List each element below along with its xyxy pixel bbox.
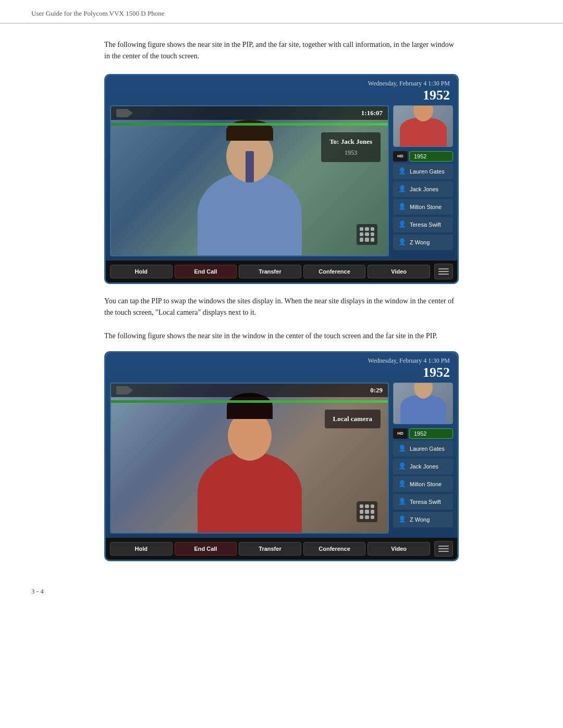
camera-icon-2 <box>116 386 129 394</box>
intro-text: The following figure shows the near site… <box>104 39 459 63</box>
video-top-bar-2: 0:29 <box>111 384 388 397</box>
end-call-button-2[interactable]: End Call <box>175 542 237 556</box>
status-number-1: 1952 <box>423 88 450 103</box>
sidebar-label: Teresa Swift <box>410 499 441 505</box>
keypad-dot <box>365 232 369 236</box>
local-camera-label: Local camera <box>325 410 381 428</box>
sidebar-label: Jack Jones <box>410 186 438 192</box>
keypad-dot <box>371 227 374 231</box>
keypad-dot <box>365 515 369 519</box>
sidebar-label: Lauren Gates <box>410 168 445 175</box>
person-icon-s3: 👤 <box>397 480 407 488</box>
sidebar-item-milton-stone-2[interactable]: 👤 Milton Stone <box>393 476 453 492</box>
hd-icon-2: HD <box>393 428 408 439</box>
status-datetime-2: Wednesday, February 4 1:30 PM 1952 <box>282 357 450 380</box>
sidebar-item-jack-jones-2[interactable]: 👤 Jack Jones <box>393 459 453 474</box>
menu-icon-1[interactable] <box>434 264 453 279</box>
conference-button-2[interactable]: Conference <box>303 542 366 556</box>
video-top-bar-1: 1:16:07 <box>111 106 388 120</box>
menu-line <box>438 546 449 547</box>
page-header: User Guide for the Polycom VVX 1500 D Ph… <box>0 0 563 23</box>
keypad-dot <box>360 227 363 231</box>
sidebar-label: Jack Jones <box>410 463 438 470</box>
person-icon-4: 👤 <box>397 221 407 228</box>
person-icon-2: 👤 <box>397 186 407 193</box>
transfer-button-1[interactable]: Transfer <box>239 265 301 278</box>
sidebar-label: Milton Stone <box>410 204 442 210</box>
sidebar-items-2: 👤 Lauren Gates 👤 Jack Jones 👤 Milton Sto… <box>393 441 453 527</box>
sidebar-item-milton-stone-1[interactable]: 👤 Milton Stone <box>393 199 453 215</box>
main-area-1: 1:16:07 To: Jack Jones 1953 <box>106 105 457 261</box>
sidebar-label: Milton Stone <box>410 481 442 487</box>
keypad-dot <box>360 238 363 241</box>
menu-line <box>438 268 449 269</box>
keypad-2[interactable] <box>357 501 377 522</box>
call-number-1: 1953 <box>329 149 372 157</box>
datetime-text-2: Wednesday, February 4 1:30 PM <box>368 357 450 365</box>
menu-line <box>438 271 449 272</box>
sidebar-label: Z Wong <box>410 516 430 523</box>
keypad-1[interactable] <box>357 224 377 245</box>
status-bar-2: Wednesday, February 4 1:30 PM 1952 <box>106 353 457 382</box>
sidebar-label: Z Wong <box>410 239 430 245</box>
video-button-2[interactable]: Video <box>368 542 430 556</box>
video-panel-2: 0:29 Local camera <box>110 382 389 534</box>
video-bg-1 <box>111 106 388 255</box>
sidebar-item-jack-jones-1[interactable]: 👤 Jack Jones <box>393 181 453 197</box>
menu-line <box>438 274 449 275</box>
sidebar-item-teresa-swift-1[interactable]: 👤 Teresa Swift <box>393 217 453 232</box>
video-panel-1: 1:16:07 To: Jack Jones 1953 <box>110 105 389 256</box>
transfer-button-2[interactable]: Transfer <box>239 542 301 556</box>
menu-line <box>438 548 449 549</box>
keypad-dot <box>371 510 374 513</box>
person-icon-s2: 👤 <box>397 463 407 470</box>
hd-badge-2: HD 1952 <box>393 428 453 439</box>
keypad-dot <box>371 515 374 519</box>
person-icon-s5: 👤 <box>397 516 407 523</box>
person-icon-1: 👤 <box>397 168 407 175</box>
keypad-dot <box>371 238 374 241</box>
sidebar-item-z-wong-2[interactable]: 👤 Z Wong <box>393 512 453 527</box>
keypad-dot <box>365 504 369 508</box>
green-bar-2 <box>111 400 388 403</box>
timer-2: 0:29 <box>370 386 383 394</box>
pip-window-1[interactable] <box>393 105 453 147</box>
sidebar-1: HD 1952 👤 Lauren Gates 👤 Jack Jones <box>393 105 453 256</box>
datetime-text-1: Wednesday, February 4 1:30 PM <box>368 80 450 88</box>
conference-button-1[interactable]: Conference <box>303 265 366 278</box>
keypad-dot <box>371 504 374 508</box>
hold-button-1[interactable]: Hold <box>110 265 173 278</box>
sidebar-2: HD 1952 👤 Lauren Gates 👤 Jack Jones <box>393 382 453 534</box>
sidebar-label: Teresa Swift <box>410 221 441 228</box>
person-icon-5: 👤 <box>397 239 407 246</box>
sidebar-item-lauren-gates-2[interactable]: 👤 Lauren Gates <box>393 441 453 456</box>
call-info-1: To: Jack Jones 1953 <box>321 132 381 162</box>
pip-window-2[interactable] <box>393 382 453 424</box>
person-icon-3: 👤 <box>397 203 407 211</box>
sidebar-item-teresa-swift-2[interactable]: 👤 Teresa Swift <box>393 494 453 510</box>
hd-icon-1: HD <box>393 151 408 162</box>
sidebar-item-lauren-gates-1[interactable]: 👤 Lauren Gates <box>393 164 453 179</box>
keypad-dot <box>365 227 369 231</box>
sidebar-items-1: 👤 Lauren Gates 👤 Jack Jones 👤 Milton Sto… <box>393 164 453 250</box>
status-bar-1: Wednesday, February 4 1:30 PM 1952 <box>106 76 457 105</box>
keypad-dot <box>360 504 363 508</box>
keypad-dot <box>371 232 374 236</box>
page-footer: 3 - 4 <box>0 577 563 606</box>
sidebar-label: Lauren Gates <box>410 446 445 452</box>
status-number-2: 1952 <box>423 365 450 380</box>
hold-button-2[interactable]: Hold <box>110 542 173 556</box>
video-bg-2 <box>111 384 388 533</box>
sidebar-item-z-wong-1[interactable]: 👤 Z Wong <box>393 235 453 250</box>
video-button-1[interactable]: Video <box>368 265 430 278</box>
keypad-dot <box>360 232 363 236</box>
header-title: User Guide for the Polycom VVX 1500 D Ph… <box>31 9 164 17</box>
menu-icon-2[interactable] <box>434 541 453 557</box>
phone-ui-2: Wednesday, February 4 1:30 PM 1952 <box>104 351 459 561</box>
end-call-button-1[interactable]: End Call <box>175 265 237 278</box>
phone-screen-1: Wednesday, February 4 1:30 PM 1952 <box>106 76 457 282</box>
call-to-1: To: Jack Jones <box>329 138 372 146</box>
person-icon-s1: 👤 <box>397 445 407 452</box>
mid-text-2: The following figure shows the near site… <box>104 330 459 342</box>
hd-badge-1: HD 1952 <box>393 151 453 162</box>
